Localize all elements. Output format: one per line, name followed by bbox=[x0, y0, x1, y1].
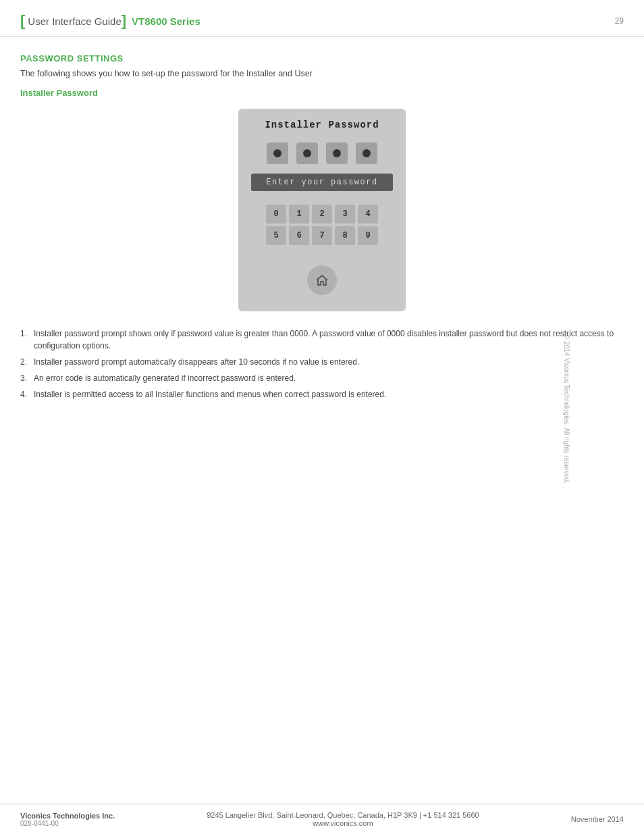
key-3[interactable]: 3 bbox=[335, 205, 355, 224]
dot-3 bbox=[326, 142, 348, 164]
home-icon bbox=[315, 273, 329, 288]
company-name: Viconics Technologies Inc. bbox=[20, 812, 115, 820]
dot-4 bbox=[356, 142, 377, 164]
key-9[interactable]: 9 bbox=[358, 226, 378, 245]
password-panel: Installer Password Enter your password 0… bbox=[238, 109, 406, 311]
panel-container: Installer Password Enter your password 0… bbox=[20, 109, 624, 311]
header-title-group: [ User Interface Guide ] VT8600 Series bbox=[20, 12, 200, 30]
dot-2 bbox=[296, 142, 318, 164]
footer-address: 9245 Langelier Blvd. Saint-Leonard, Queb… bbox=[207, 811, 479, 819]
key-4[interactable]: 4 bbox=[358, 205, 378, 224]
keypad-row-1: 0 1 2 3 4 bbox=[266, 205, 378, 224]
series-label: VT8600 Series bbox=[132, 16, 200, 27]
dot-indicator-4 bbox=[363, 149, 371, 157]
notes-list: 1. Installer password prompt shows only … bbox=[20, 328, 624, 400]
bracket-end-icon: ] bbox=[122, 12, 126, 30]
bracket-icon: [ bbox=[20, 12, 25, 30]
section-title: PASSWORD SETTINGS bbox=[20, 53, 624, 63]
list-item: 4. Installer is permitted access to all … bbox=[20, 388, 624, 400]
key-0[interactable]: 0 bbox=[266, 205, 286, 224]
list-item: 2. Installer password prompt automatical… bbox=[20, 356, 624, 368]
footer-center: 9245 Langelier Blvd. Saint-Leonard, Queb… bbox=[207, 811, 479, 827]
part-number: 028-0441-00 bbox=[20, 820, 115, 827]
page-footer: Viconics Technologies Inc. 028-0441-00 9… bbox=[0, 804, 644, 834]
panel-title: Installer Password bbox=[265, 120, 379, 130]
key-5[interactable]: 5 bbox=[266, 226, 286, 245]
dot-indicator-2 bbox=[303, 149, 311, 157]
keypad-row-2: 5 6 7 8 9 bbox=[266, 226, 378, 245]
section-description: The following shows you how to set-up th… bbox=[20, 69, 624, 78]
key-8[interactable]: 8 bbox=[335, 226, 355, 245]
main-content: PASSWORD SETTINGS The following shows yo… bbox=[0, 37, 644, 400]
footer-website: www.viconics.com bbox=[207, 819, 479, 827]
dot-indicator-1 bbox=[273, 149, 281, 157]
key-7[interactable]: 7 bbox=[312, 226, 332, 245]
guide-label: User Interface Guide bbox=[28, 16, 121, 27]
dot-indicator-3 bbox=[333, 149, 341, 157]
key-6[interactable]: 6 bbox=[289, 226, 309, 245]
password-dots bbox=[267, 142, 377, 164]
key-2[interactable]: 2 bbox=[312, 205, 332, 224]
footer-left: Viconics Technologies Inc. 028-0441-00 bbox=[20, 812, 115, 827]
footer-date: November 2014 bbox=[571, 815, 624, 823]
page-number: 29 bbox=[615, 16, 624, 26]
list-item: 3. An error code is automatically genera… bbox=[20, 372, 624, 384]
copyright-vertical: © 2014 Viconics Technologies. All rights… bbox=[563, 334, 570, 484]
list-item: 1. Installer password prompt shows only … bbox=[20, 328, 624, 352]
home-button[interactable] bbox=[307, 265, 337, 295]
enter-password-button[interactable]: Enter your password bbox=[251, 174, 392, 191]
key-1[interactable]: 1 bbox=[289, 205, 309, 224]
subsection-title: Installer Password bbox=[20, 88, 624, 98]
page-header: [ User Interface Guide ] VT8600 Series 2… bbox=[0, 0, 644, 37]
keypad: 0 1 2 3 4 5 6 7 8 9 bbox=[266, 205, 378, 245]
dot-1 bbox=[267, 142, 288, 164]
footer-right: November 2014 bbox=[571, 815, 624, 823]
